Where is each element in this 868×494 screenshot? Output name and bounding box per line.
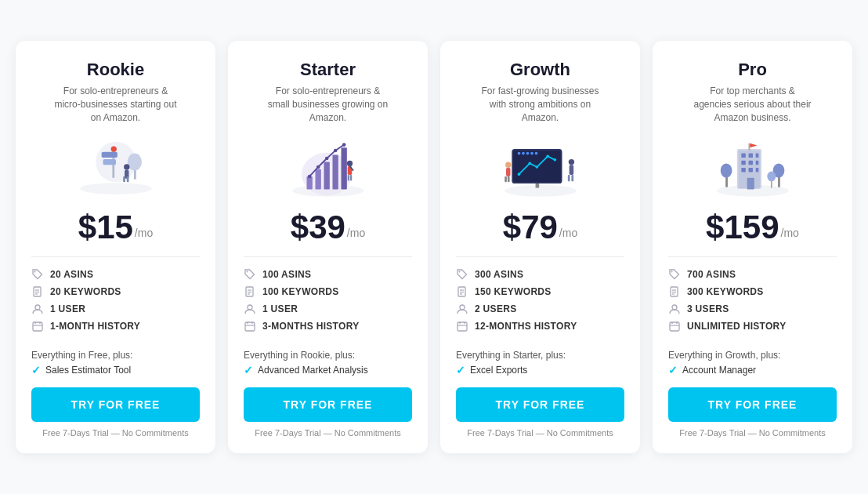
price-amount-starter: $39 <box>291 211 345 244</box>
price-divider-rookie <box>31 256 200 257</box>
trial-text-starter: Free 7-Days Trial — No Commitments <box>255 428 400 438</box>
feature-item-growth-0: 300 ASINS <box>456 268 624 281</box>
plan-name-starter: Starter <box>300 60 356 80</box>
feature-item-starter-0: 100 ASINS <box>244 268 412 281</box>
feature-icon-calendar-pro-3 <box>668 320 681 332</box>
svg-point-6 <box>127 153 141 170</box>
svg-point-17 <box>35 305 40 310</box>
feature-item-starter-1: 100 KEYWORDS <box>244 285 412 298</box>
plan-name-growth: Growth <box>510 60 570 80</box>
feature-text-pro-1: 300 KEYWORDS <box>687 286 764 297</box>
svg-point-101 <box>767 171 776 181</box>
price-period-pro: /mo <box>781 227 799 239</box>
svg-rect-3 <box>101 151 117 157</box>
feature-icon-doc-rookie-1 <box>31 285 44 298</box>
feature-item-rookie-0: 20 ASINS <box>31 268 200 281</box>
feature-text-starter-0: 100 ASINS <box>262 269 311 280</box>
svg-point-11 <box>110 146 116 151</box>
svg-point-44 <box>248 305 252 310</box>
price-period-starter: /mo <box>347 227 365 239</box>
feature-icon-user-starter-2 <box>244 303 256 315</box>
try-btn-starter[interactable]: TRY FOR FREE <box>244 387 412 422</box>
feature-text-rookie-2: 1 USER <box>50 303 85 314</box>
svg-point-63 <box>505 162 511 167</box>
feature-text-growth-0: 300 ASINS <box>475 269 523 280</box>
svg-rect-92 <box>755 168 758 173</box>
svg-rect-28 <box>341 147 346 189</box>
feature-text-rookie-1: 20 KEYWORDS <box>50 286 121 297</box>
svg-rect-62 <box>535 183 539 188</box>
plan-desc-pro: For top merchants & agencies serious abo… <box>690 85 816 124</box>
svg-rect-24 <box>306 176 312 189</box>
plan-price-starter: $39 /mo <box>291 211 365 244</box>
plan-card-pro: Pro For top merchants & agencies serious… <box>653 41 852 452</box>
everything-text-starter: Everything in Rookie, plus: <box>244 350 412 361</box>
svg-rect-77 <box>458 322 467 331</box>
try-btn-rookie[interactable]: TRY FOR FREE <box>31 387 200 422</box>
svg-rect-45 <box>245 322 255 331</box>
svg-point-33 <box>342 143 345 147</box>
trial-text-rookie: Free 7-Days Trial — No Commitments <box>42 428 188 438</box>
svg-point-67 <box>568 159 573 165</box>
feature-text-starter-2: 1 USER <box>262 303 298 314</box>
plan-illustration-growth <box>497 136 584 198</box>
feature-text-pro-3: UNLIMITED HISTORY <box>687 321 786 332</box>
plan-desc-starter: For solo-entrepreneurs & small businesse… <box>266 85 391 124</box>
svg-rect-64 <box>506 168 511 176</box>
feature-item-pro-3: UNLIMITED HISTORY <box>668 320 837 332</box>
svg-rect-65 <box>505 176 507 182</box>
svg-point-53 <box>528 162 531 165</box>
price-divider-pro <box>668 256 837 257</box>
trial-text-growth: Free 7-Days Trial — No Commitments <box>467 428 613 438</box>
svg-rect-87 <box>741 160 746 165</box>
feature-item-pro-1: 300 KEYWORDS <box>668 285 837 298</box>
plan-name-rookie: Rookie <box>87 60 144 80</box>
try-btn-growth[interactable]: TRY FOR FREE <box>456 387 624 422</box>
features-list-growth: 300 ASINS 150 KEYWORDS 2 USERS 12-MONTHS… <box>456 268 624 337</box>
price-divider-starter <box>244 256 412 257</box>
svg-rect-38 <box>349 175 351 180</box>
svg-point-39 <box>247 271 248 272</box>
svg-point-0 <box>80 183 152 194</box>
everything-text-rookie: Everything in Free, plus: <box>31 350 200 361</box>
feature-text-growth-1: 150 KEYWORDS <box>475 286 552 297</box>
check-icon-growth: ✓ <box>456 364 465 376</box>
svg-point-7 <box>124 164 129 169</box>
feature-icon-tag-pro-0 <box>668 268 681 281</box>
svg-rect-10 <box>126 176 128 182</box>
feature-icon-user-rookie-2 <box>31 303 44 315</box>
feature-icon-calendar-rookie-3 <box>31 320 44 332</box>
price-amount-pro: $159 <box>706 211 779 244</box>
feature-item-rookie-2: 1 USER <box>31 303 200 315</box>
feature-icon-calendar-growth-3 <box>456 320 468 332</box>
feature-item-pro-0: 700 ASINS <box>668 268 837 281</box>
svg-rect-4 <box>103 159 116 165</box>
svg-rect-88 <box>748 160 753 165</box>
plan-illustration-rookie <box>73 136 159 198</box>
feature-icon-tag-starter-0 <box>244 268 256 281</box>
svg-rect-9 <box>123 176 125 182</box>
bonus-feature-pro: ✓ Account Manager <box>668 364 837 376</box>
svg-point-34 <box>346 160 352 165</box>
svg-rect-69 <box>567 175 570 181</box>
svg-rect-27 <box>332 154 338 189</box>
feature-item-pro-2: 3 USERS <box>668 303 837 315</box>
bonus-text-rookie: Sales Estimator Tool <box>45 365 131 376</box>
feature-item-growth-1: 150 KEYWORDS <box>456 285 624 298</box>
plan-desc-rookie: For solo-entrepreneurs & micro-businesse… <box>53 85 179 124</box>
check-icon-pro: ✓ <box>668 364 678 376</box>
svg-rect-37 <box>347 175 349 180</box>
plan-desc-growth: For fast-growing businesses with strong … <box>478 85 603 124</box>
svg-rect-89 <box>755 160 758 165</box>
feature-icon-user-growth-2 <box>456 303 468 315</box>
svg-rect-84 <box>741 153 746 158</box>
svg-rect-68 <box>569 165 573 175</box>
svg-rect-25 <box>315 169 320 189</box>
try-btn-pro[interactable]: TRY FOR FREE <box>668 387 837 422</box>
svg-rect-86 <box>755 153 758 158</box>
plan-name-pro: Pro <box>738 60 767 80</box>
svg-point-31 <box>324 156 328 160</box>
svg-point-97 <box>720 163 732 177</box>
svg-point-102 <box>671 271 673 272</box>
feature-icon-user-pro-2 <box>668 303 681 315</box>
